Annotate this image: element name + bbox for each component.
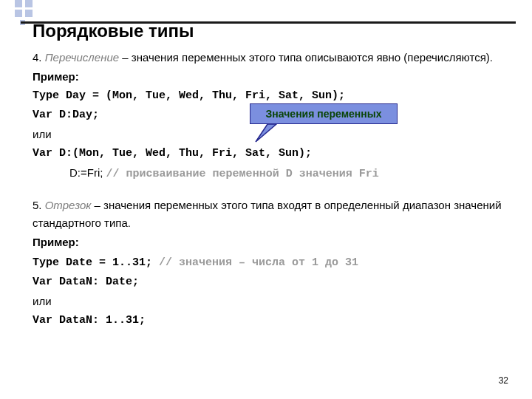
code-line-1: Type Day = (Mon, Tue, Wed, Thu, Fri, Sat…: [33, 87, 517, 105]
section-5-term: Отрезок: [45, 199, 92, 211]
section-5-num: 5.: [33, 199, 45, 211]
spacer: [33, 185, 517, 195]
code-5b: // значения – числа от 1 до 31: [159, 256, 358, 269]
code-5a: Type Date = 1..31;: [33, 256, 159, 269]
callout-tail: [251, 123, 281, 145]
code-4b: // присваивание переменной D значения Fr…: [106, 168, 379, 180]
svg-marker-0: [256, 124, 276, 142]
code-line-6: Var DataN: Date;: [33, 273, 517, 291]
code-line-4: D:=Fri; // присваивание переменной D зна…: [33, 164, 517, 183]
section-4-num: 4.: [33, 51, 45, 64]
section-5: 5. Отрезок – значения переменных этого т…: [33, 197, 517, 232]
code-line-7: Var DataN: 1..31;: [33, 312, 517, 330]
callout-text: Значения переменных: [266, 108, 382, 120]
example-label-1: Пример:: [33, 68, 517, 86]
section-5-rest: – значения переменных этого типа входят …: [33, 199, 502, 229]
slide-title: Порядковые типы: [33, 21, 517, 41]
section-4-rest: – значения переменных этого типа описыва…: [119, 51, 493, 64]
slide-content: Порядковые типы 4. Перечисление – значен…: [33, 21, 517, 331]
or-label-2: или: [33, 293, 517, 310]
page-number: 32: [499, 375, 508, 386]
section-4: 4. Перечисление – значения переменных эт…: [33, 49, 517, 66]
callout-box: Значения переменных: [250, 103, 398, 124]
code-4a: D:=Fri;: [69, 166, 106, 179]
code-line-5: Type Date = 1..31; // значения – числа о…: [33, 253, 517, 272]
code-line-3: Var D:(Mon, Tue, Wed, Thu, Fri, Sat, Sun…: [33, 145, 517, 163]
slide-body: 4. Перечисление – значения переменных эт…: [33, 49, 517, 330]
section-4-term: Перечисление: [45, 51, 119, 64]
example-label-2: Пример:: [33, 233, 517, 251]
